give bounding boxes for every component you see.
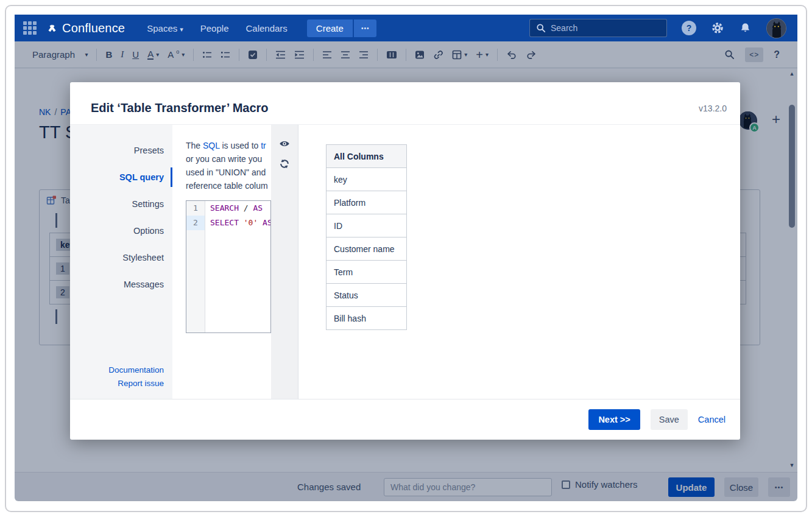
sql-description: The SQL is used to tr or you can write y… bbox=[186, 139, 271, 192]
column-row[interactable]: Status bbox=[327, 284, 407, 307]
sidebar-item-sql-query[interactable]: SQL query bbox=[70, 164, 172, 191]
editor-tools-strip bbox=[271, 125, 298, 399]
nav-people[interactable]: People bbox=[200, 23, 229, 33]
column-row[interactable]: Platform bbox=[327, 191, 407, 214]
top-navigation: Confluence Spaces▾ People Calendars Crea… bbox=[15, 15, 797, 41]
nav-spaces[interactable]: Spaces▾ bbox=[147, 23, 183, 33]
macro-edit-dialog: Edit ‘Table Transformer’ Macro v13.2.0 P… bbox=[70, 82, 740, 440]
search-input[interactable] bbox=[551, 23, 654, 33]
create-more-button[interactable]: ••• bbox=[354, 19, 377, 37]
column-header: All Columns bbox=[327, 145, 407, 168]
chevron-down-icon: ▾ bbox=[180, 26, 183, 33]
create-button[interactable]: Create bbox=[307, 19, 353, 37]
documentation-link[interactable]: Documentation bbox=[108, 364, 164, 377]
column-row[interactable]: Term bbox=[327, 261, 407, 284]
confluence-logo[interactable]: Confluence bbox=[46, 21, 125, 35]
search-icon bbox=[536, 23, 546, 33]
cancel-button[interactable]: Cancel bbox=[698, 415, 726, 424]
line-number-gutter: 1 2 bbox=[186, 201, 205, 332]
dialog-title: Edit ‘Table Transformer’ Macro bbox=[91, 101, 269, 115]
sql-code-editor[interactable]: 1 2 SEARCH / AS SELECT '0' AS bbox=[186, 200, 271, 333]
confluence-mark-icon bbox=[46, 23, 58, 33]
app-switcher-button[interactable] bbox=[23, 21, 37, 35]
code-area[interactable]: SEARCH / AS SELECT '0' AS bbox=[205, 201, 270, 332]
sidebar-item-messages[interactable]: Messages bbox=[70, 271, 172, 298]
user-avatar[interactable] bbox=[766, 18, 786, 38]
all-columns-table: All Columns key Platform ID Customer nam… bbox=[326, 144, 407, 330]
bell-icon bbox=[739, 22, 752, 34]
confluence-window: Confluence Spaces▾ People Calendars Crea… bbox=[15, 15, 797, 501]
search-box[interactable] bbox=[529, 19, 667, 37]
dialog-sidebar: Presets SQL query Settings Options Style… bbox=[70, 125, 172, 399]
transform-link[interactable]: tr bbox=[261, 141, 266, 150]
gear-icon bbox=[711, 21, 724, 35]
sql-settings-column: The SQL is used to tr or you can write y… bbox=[172, 125, 271, 399]
eye-icon bbox=[278, 139, 291, 149]
product-name: Confluence bbox=[62, 21, 125, 35]
notifications-button[interactable] bbox=[739, 22, 752, 34]
settings-button[interactable] bbox=[711, 21, 724, 35]
column-row[interactable]: Customer name bbox=[327, 237, 407, 261]
dialog-header: Edit ‘Table Transformer’ Macro v13.2.0 bbox=[70, 82, 740, 125]
refresh-icon bbox=[279, 158, 290, 169]
cat-avatar-icon bbox=[767, 19, 786, 38]
dialog-footer: Next >> Save Cancel bbox=[70, 399, 740, 440]
macro-version: v13.2.0 bbox=[699, 104, 727, 113]
column-row[interactable]: key bbox=[327, 168, 407, 191]
column-row[interactable]: Bill hash bbox=[327, 307, 407, 330]
sql-link[interactable]: SQL bbox=[203, 141, 220, 150]
preview-button[interactable] bbox=[278, 139, 291, 149]
report-issue-link[interactable]: Report issue bbox=[108, 377, 164, 390]
sidebar-item-presets[interactable]: Presets bbox=[70, 137, 172, 164]
next-button[interactable]: Next >> bbox=[588, 409, 640, 430]
code-line: SEARCH / AS bbox=[210, 201, 270, 216]
save-button[interactable]: Save bbox=[651, 409, 688, 430]
sidebar-item-settings[interactable]: Settings bbox=[70, 191, 172, 217]
sidebar-item-options[interactable]: Options bbox=[70, 217, 172, 244]
nav-calendars[interactable]: Calendars bbox=[245, 23, 287, 33]
code-line: SELECT '0' AS bbox=[210, 216, 270, 230]
refresh-button[interactable] bbox=[279, 158, 290, 169]
column-row[interactable]: ID bbox=[327, 214, 407, 237]
help-button[interactable]: ? bbox=[682, 21, 696, 35]
sidebar-item-stylesheet[interactable]: Stylesheet bbox=[70, 244, 172, 271]
columns-preview-pane: All Columns key Platform ID Customer nam… bbox=[298, 125, 740, 399]
